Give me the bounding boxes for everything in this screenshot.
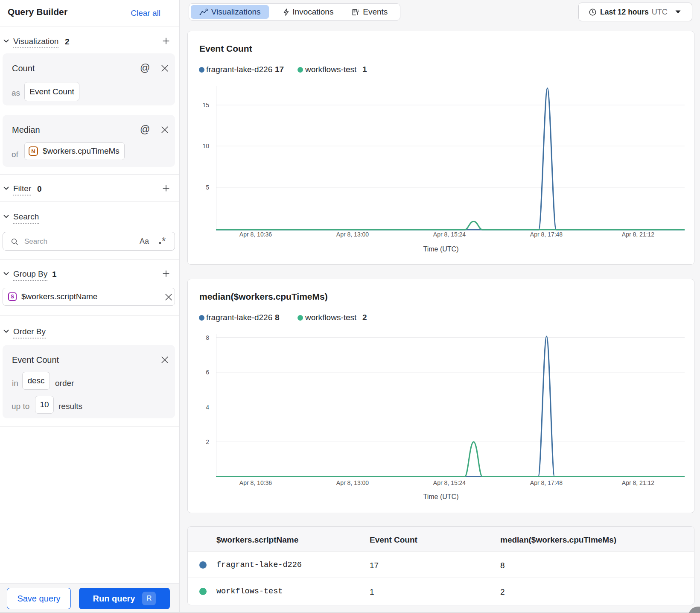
svg-text:Apr 8, 17:48: Apr 8, 17:48: [530, 231, 563, 238]
svg-text:4: 4: [206, 404, 209, 411]
svg-text:10: 10: [202, 143, 209, 149]
svg-text:Apr 8, 15:24: Apr 8, 15:24: [433, 231, 466, 238]
svg-text:Apr 8, 17:48: Apr 8, 17:48: [530, 479, 563, 486]
svg-text:Apr 8, 10:36: Apr 8, 10:36: [239, 231, 272, 238]
svg-text:*: *: [162, 236, 166, 246]
svg-text:15: 15: [202, 102, 209, 108]
svg-text:5: 5: [206, 184, 209, 191]
svg-text:8: 8: [206, 334, 209, 341]
svg-text:Apr 8, 15:24: Apr 8, 15:24: [433, 479, 466, 486]
svg-text:2: 2: [206, 438, 209, 445]
svg-text:Time (UTC): Time (UTC): [423, 493, 459, 500]
svg-text:Apr 8, 21:12: Apr 8, 21:12: [622, 479, 654, 486]
svg-text:Time (UTC): Time (UTC): [423, 245, 459, 253]
svg-text:6: 6: [206, 369, 209, 376]
svg-text:Apr 8, 21:12: Apr 8, 21:12: [622, 231, 654, 238]
svg-text:Apr 8, 10:36: Apr 8, 10:36: [239, 479, 272, 486]
svg-text:Apr 8, 13:00: Apr 8, 13:00: [336, 231, 369, 238]
svg-text:Apr 8, 13:00: Apr 8, 13:00: [336, 479, 369, 486]
